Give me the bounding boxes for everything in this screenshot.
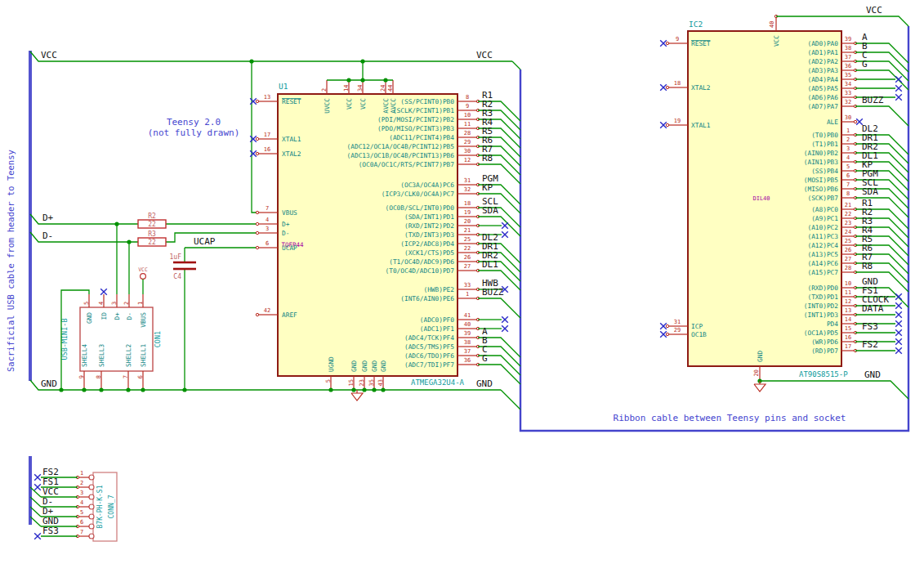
u1-pin-num: 39 <box>464 330 471 337</box>
ic2-pin-name: (A14)PC6 <box>807 260 838 267</box>
u1-pin-name: VCC <box>346 98 353 110</box>
con1-pin-name: SHELL4 <box>81 344 88 367</box>
u1-ref[interactable]: U1 <box>279 82 288 91</box>
ic2-pin-name: (AD6)PA6 <box>807 94 838 101</box>
u1-pin-name: (TXD/INT3)PD3 <box>404 231 454 239</box>
vcc-symbol <box>141 274 146 280</box>
ic2-pin-num: 31 <box>674 319 681 325</box>
u1-pin-name: (T1/OC4D/ADC9)PD6 <box>389 258 454 266</box>
net-label-SDA[interactable]: SDA <box>862 186 878 197</box>
conn7-pin-num: 5 <box>80 509 83 516</box>
con1-pin-num: 4 <box>98 302 105 305</box>
u1-pin-num: 42 <box>264 307 270 314</box>
u1-pin-name: (SCLK/PCINT1)PB1 <box>393 107 454 114</box>
con1-pin-name: SHELL3 <box>98 344 105 367</box>
net-label-D-[interactable]: D- <box>42 231 53 241</box>
net-label-DL1[interactable]: DL1 <box>482 259 498 270</box>
net-label-UCAP[interactable]: UCAP <box>194 236 216 247</box>
ic2-value[interactable]: AT90S8515-P <box>799 370 848 378</box>
net-label-G[interactable]: G <box>862 59 868 69</box>
ic2-pin-num: 33 <box>845 90 851 96</box>
ic2-pin-name: (AD0)PA0 <box>807 40 838 47</box>
ic2-pin-num: 16 <box>845 334 851 341</box>
u1-pin-num: 25 <box>464 236 471 243</box>
u1-pin-num: 23 <box>359 379 365 386</box>
net-label-BUZZ[interactable]: BUZZ <box>482 287 504 298</box>
u1-pin-num: 38 <box>464 339 471 346</box>
u1-pin-name: GND <box>380 360 387 372</box>
con1-pin-num: 8 <box>96 375 102 378</box>
conn7-pin-num: 3 <box>80 490 83 496</box>
pin-end <box>666 42 668 44</box>
u1-pin-num: 1 <box>466 291 469 298</box>
u1-pin-name: (RXD/INT2)PD2 <box>404 222 454 230</box>
ic2-pin-name: (AD5)PA5 <box>807 85 838 92</box>
net-label-R8[interactable]: R8 <box>862 261 873 271</box>
ic2-pin-name: (T0)PB0 <box>811 132 838 139</box>
u1-pin-name: (ICP3/CLK0/OC4A)PC7 <box>382 190 454 198</box>
conn7-pin-circle <box>89 534 94 539</box>
net-label-GND[interactable]: GND <box>41 378 57 389</box>
u1-pin-name: (XCK1/CTS)PD5 <box>404 249 454 257</box>
note-usb-cable: Sacrificial USB cable from header to Tee… <box>6 150 16 372</box>
junction-dot <box>351 387 355 392</box>
con1-pin-num: 1 <box>137 302 144 305</box>
ic2-pin-num: 9 <box>676 36 679 43</box>
conn7-ref[interactable]: CONN_7 <box>108 495 115 518</box>
u1-pin-name: (ADC6/TDO)PF6 <box>404 352 454 360</box>
net-label-BUZZ[interactable]: BUZZ <box>862 95 884 105</box>
net-label-VCC[interactable]: VCC <box>41 50 57 60</box>
net-label-GND[interactable]: GND <box>864 369 881 380</box>
pin-end <box>256 246 258 248</box>
net-label-R8[interactable]: R8 <box>482 153 493 163</box>
resistor-r3-ref: R3 <box>148 231 156 238</box>
net-label-VCC[interactable]: VCC <box>476 50 493 60</box>
ic2-pin-num: 27 <box>845 256 851 262</box>
pin-end <box>256 231 258 234</box>
ic2-pin-name: (A8)PC0 <box>811 206 838 213</box>
u1-pin-name: (T0/OC4D/ADC10)PD7 <box>386 267 455 275</box>
u1-pin-name: UGND <box>328 356 335 372</box>
net-label-VCC[interactable]: VCC <box>866 5 882 16</box>
con1-ref[interactable]: CON1 <box>154 331 162 347</box>
u1-pin-name: (ADC13/OC1B/OC4B/PCINT13)PB6 <box>347 152 455 159</box>
net-label-FS2[interactable]: FS2 <box>862 339 878 350</box>
u1-value[interactable]: ATMEGA32U4-A <box>411 378 465 387</box>
net-label-DATA[interactable]: DATA <box>862 303 884 314</box>
net-label-G[interactable]: G <box>482 353 488 364</box>
ic2-pin-num: 2 <box>846 137 850 143</box>
u1-pin-name: AVCC <box>382 98 390 114</box>
net-label-FS3[interactable]: FS3 <box>42 526 59 536</box>
con1-pin-num: 7 <box>123 375 129 378</box>
pin-end <box>666 123 668 126</box>
u1-pin-num: 8 <box>466 94 469 101</box>
ic2-pin-num: 28 <box>845 265 851 271</box>
net-label-SDA[interactable]: SDA <box>482 205 498 216</box>
junction-dot <box>383 78 387 82</box>
u1-pin-num: 9 <box>466 103 469 110</box>
ic2-pin-name: (SCK)PB7 <box>807 195 838 202</box>
pin-end <box>256 222 258 225</box>
u1-net-wire <box>478 298 520 318</box>
u1-pin-name: (INT6/AIN0)PE6 <box>400 295 454 302</box>
u1-pin-name: XTAL2 <box>282 150 301 158</box>
net-label-GND[interactable]: GND <box>476 378 493 389</box>
u1-pin-num: 3 <box>266 226 269 232</box>
u1-pin-num: 6 <box>266 240 269 247</box>
net-label-FS3[interactable]: FS3 <box>862 321 878 332</box>
conn7-value[interactable]: B7K-PH-K-S1 <box>96 485 104 528</box>
c4-value: 1uF <box>170 253 182 261</box>
net-label-KP[interactable]: KP <box>482 182 493 193</box>
ic2-pin-num: 34 <box>845 81 851 87</box>
ic2-pin-num: 11 <box>845 289 851 296</box>
net-label-D+[interactable]: D+ <box>42 213 54 223</box>
u1-pin-name: (ADC4/TCK)PF4 <box>404 334 454 342</box>
ic2-pin-num: 38 <box>845 45 851 51</box>
vcc-rail <box>30 51 512 61</box>
u1-pin-name: (OC0A/OC1C/RTS/PCINT7)PB7 <box>359 161 455 168</box>
u1-pin-num: 20 <box>464 218 471 225</box>
u1-pin-num: 19 <box>464 209 471 216</box>
ic2-ref[interactable]: IC2 <box>689 20 703 29</box>
ic2-pin-num: 20 <box>753 369 760 376</box>
u1-pin-num: 17 <box>264 132 270 138</box>
